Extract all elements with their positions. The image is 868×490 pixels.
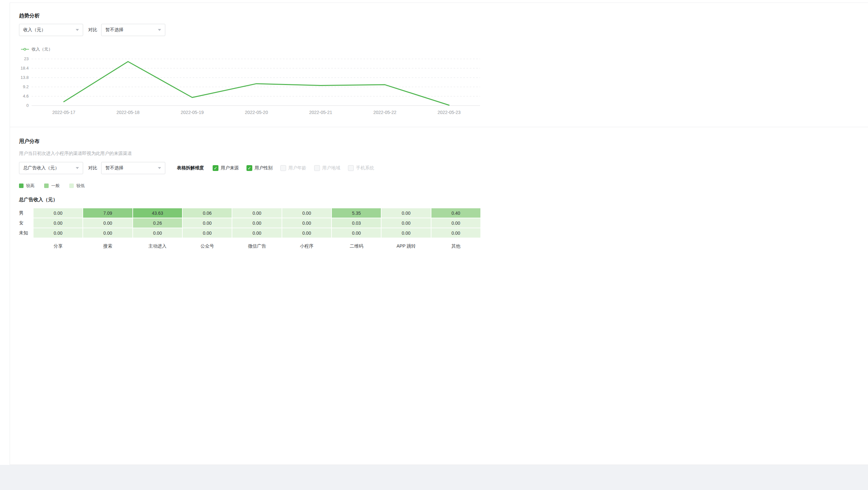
heatmap-cell: 0.00 [332, 228, 381, 238]
y-axis-tick: 0 [10, 103, 29, 108]
checkbox-unchecked-icon[interactable] [314, 165, 320, 171]
y-axis-tick: 4.6 [10, 94, 29, 99]
trend-controls: 收入（元） 对比 暂不选择 [19, 24, 165, 36]
heatmap-cell: 0.00 [83, 218, 132, 228]
heatmap-column-label: APP 跳转 [381, 243, 430, 249]
heatmap-cell: 0.26 [133, 218, 182, 228]
chevron-down-icon [158, 167, 161, 169]
heatmap-column-labels: 分享搜索主动进入公众号微信广告小程序二维码APP 跳转其他 [19, 243, 480, 249]
distribution-controls: 总广告收入（元） 对比 暂不选择 表格拆解维度 ✓用户来源✓用户性别用户年龄用户… [19, 162, 374, 174]
heat-legend-swatch [19, 184, 24, 188]
heat-legend-label: 一般 [51, 183, 60, 189]
heatmap-cell: 0.00 [33, 208, 83, 218]
heatmap-row: 女0.000.000.260.000.000.000.030.000.00 [19, 218, 480, 228]
heatmap-row-label: 未知 [19, 230, 33, 236]
dimension-label: 用户性别 [254, 165, 273, 171]
heatmap-cell: 0.00 [431, 218, 480, 228]
dimension-label: 用户年龄 [288, 165, 306, 171]
heatmap-body: 男0.007.0943.630.060.000.005.350.000.40女0… [19, 208, 480, 238]
heatmap-column-label: 二维码 [332, 243, 381, 249]
chevron-down-icon [158, 29, 161, 31]
heatmap-label-spacer [19, 243, 33, 249]
dimension-label: 手机系统 [356, 165, 374, 171]
distribution-compare-label: 对比 [88, 165, 97, 171]
heatmap-column-label: 其他 [431, 243, 480, 249]
dimension-checkbox-group: ✓用户来源✓用户性别用户年龄用户地域手机系统 [204, 165, 374, 171]
heat-legend-swatch [44, 184, 49, 188]
x-axis-tick: 2022-05-19 [173, 110, 212, 115]
line-chart-plot [10, 55, 484, 107]
heatmap-cell: 0.00 [282, 228, 331, 238]
heatmap-cell: 0.00 [83, 228, 132, 238]
heatmap-footer-cells: 分享搜索主动进入公众号微信广告小程序二维码APP 跳转其他 [33, 243, 480, 249]
heatmap-row-label: 男 [19, 210, 33, 216]
trend-metric-select[interactable]: 收入（元） [19, 24, 83, 36]
heat-scale-legend: 较高一般较低 [19, 183, 94, 189]
heatmap-cell: 0.00 [431, 228, 480, 238]
heatmap-column-label: 搜索 [83, 243, 132, 249]
heat-legend-swatch [69, 184, 74, 188]
checkbox-unchecked-icon[interactable] [348, 165, 354, 171]
mini-program-analytics-page: 趋势分析 收入（元） 对比 暂不选择 收入（元） 2318.413.89.24.… [0, 0, 868, 490]
distribution-metric-select[interactable]: 总广告收入（元） [19, 162, 83, 174]
trend-compare-select[interactable]: 暂不选择 [101, 24, 165, 36]
distribution-compare-select[interactable]: 暂不选择 [101, 162, 165, 174]
distribution-section-title: 用户分布 [19, 138, 40, 145]
heatmap-cell: 43.63 [133, 208, 182, 218]
heat-legend-item: 较高 [19, 183, 34, 189]
trend-compare-select-value: 暂不选择 [105, 27, 123, 33]
page-bottom-strip [0, 465, 868, 490]
x-axis-tick: 2022-05-21 [301, 110, 340, 115]
y-axis-tick: 23 [10, 56, 29, 61]
analytics-panel: 趋势分析 收入（元） 对比 暂不选择 收入（元） 2318.413.89.24.… [10, 3, 868, 465]
distribution-metric-select-value: 总广告收入（元） [23, 165, 59, 171]
heatmap-cell: 0.03 [332, 218, 381, 228]
checkbox-checked-icon[interactable]: ✓ [213, 165, 218, 171]
heatmap-cell: 0.00 [381, 228, 430, 238]
checkbox-unchecked-icon[interactable] [280, 165, 286, 171]
y-axis-tick: 9.2 [10, 84, 29, 89]
dimension-checkbox-item[interactable]: ✓用户来源 [213, 165, 239, 171]
heat-legend-item: 一般 [44, 183, 60, 189]
heatmap-cell: 0.00 [232, 208, 281, 218]
dimension-label: 用户来源 [221, 165, 239, 171]
heat-legend-item: 较低 [69, 183, 85, 189]
heatmap-column-label: 小程序 [282, 243, 331, 249]
y-axis-tick: 13.8 [10, 75, 29, 80]
heat-legend-label: 较高 [26, 183, 34, 189]
heatmap-row: 未知0.000.000.000.000.000.000.000.000.00 [19, 228, 480, 238]
dimension-checkbox-item[interactable]: 手机系统 [348, 165, 374, 171]
chevron-down-icon [76, 29, 79, 31]
heat-legend-label: 较低 [76, 183, 85, 189]
heatmap-cell: 0.00 [183, 228, 232, 238]
trend-section-title: 趋势分析 [19, 12, 40, 19]
heatmap-cell: 0.00 [33, 228, 83, 238]
distribution-compare-select-value: 暂不选择 [105, 165, 123, 171]
heatmap-cell: 0.00 [183, 218, 232, 228]
trend-line-chart: 2318.413.89.24.60 2022-05-172022-05-1820… [10, 55, 484, 122]
section-divider [10, 127, 868, 127]
x-axis-tick: 2022-05-20 [237, 110, 276, 115]
dimension-checkbox-item[interactable]: 用户地域 [314, 165, 340, 171]
heatmap-cell: 5.35 [332, 208, 381, 218]
heatmap-column-label: 微信广告 [232, 243, 281, 249]
dimension-group-label: 表格拆解维度 [177, 165, 204, 171]
dimension-checkbox-item[interactable]: 用户年龄 [280, 165, 306, 171]
heatmap-cell: 0.00 [232, 228, 281, 238]
heatmap-cell: 0.00 [282, 218, 331, 228]
distribution-subtitle: 用户当日初次进入小程序的渠道即视为此用户的来源渠道 [19, 151, 132, 157]
trend-chart-legend: 收入（元） [21, 46, 53, 52]
heatmap-column-label: 分享 [33, 243, 83, 249]
heatmap-cell: 0.00 [282, 208, 331, 218]
heatmap-row-cells: 0.007.0943.630.060.000.005.350.000.40 [33, 208, 480, 218]
heatmap-cell: 0.40 [431, 208, 480, 218]
heatmap-cell: 0.00 [33, 218, 83, 228]
checkbox-checked-icon[interactable]: ✓ [246, 165, 252, 171]
heatmap-title: 总广告收入（元） [19, 197, 58, 203]
heatmap-cell: 7.09 [83, 208, 132, 218]
dimension-checkbox-item[interactable]: ✓用户性别 [246, 165, 273, 171]
heatmap-cell: 0.00 [381, 218, 430, 228]
heatmap-table: 男0.007.0943.630.060.000.005.350.000.40女0… [19, 208, 480, 249]
heatmap-column-label: 公众号 [183, 243, 232, 249]
chevron-down-icon [76, 167, 79, 169]
